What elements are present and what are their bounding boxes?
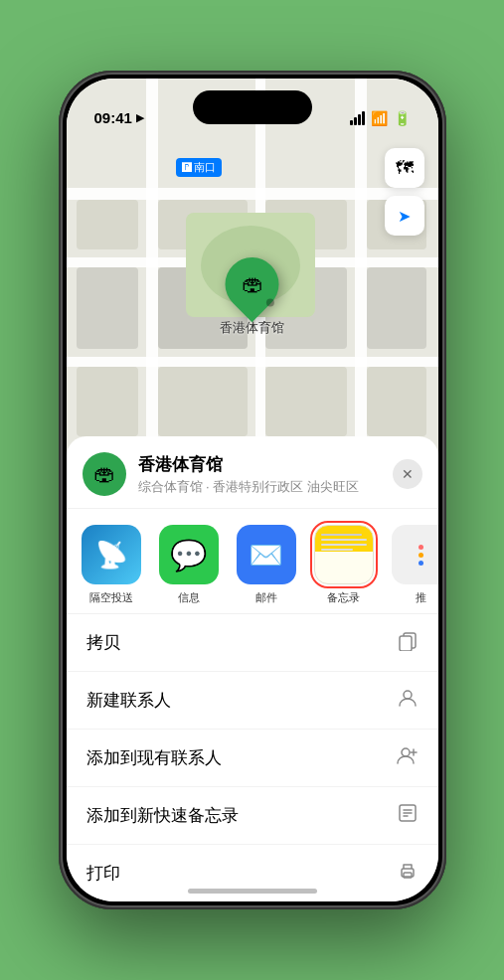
svg-rect-18 bbox=[367, 367, 426, 436]
location-name: 香港体育馆 bbox=[138, 453, 393, 476]
map-controls[interactable]: 🗺 ➤ bbox=[385, 148, 424, 244]
marker-pin: 🏟 bbox=[214, 246, 289, 322]
quick-note-label: 添加到新快速备忘录 bbox=[86, 804, 239, 827]
action-add-existing-contact[interactable]: 添加到现有联系人 bbox=[67, 730, 438, 787]
svg-point-23 bbox=[404, 691, 412, 699]
notes-icon bbox=[314, 525, 374, 584]
mail-label: 邮件 bbox=[255, 590, 277, 605]
add-existing-label: 添加到现有联系人 bbox=[86, 746, 222, 769]
share-item-messages[interactable]: 💬 信息 bbox=[154, 525, 224, 605]
signal-bars bbox=[350, 111, 365, 125]
action-new-contact[interactable]: 新建联系人 bbox=[67, 672, 438, 730]
svg-rect-1 bbox=[67, 188, 438, 200]
share-item-more[interactable]: 推 bbox=[387, 525, 438, 605]
svg-point-24 bbox=[402, 748, 410, 756]
phone-frame: 09:41 ▶ 📶 🔋 bbox=[59, 71, 446, 909]
svg-rect-13 bbox=[77, 267, 138, 349]
notes-label: 备忘录 bbox=[327, 590, 360, 605]
bottom-sheet: 🏟 香港体育馆 综合体育馆 · 香港特别行政区 油尖旺区 ✕ 📡 隔空投送 bbox=[67, 436, 438, 901]
close-button[interactable]: ✕ bbox=[393, 459, 422, 489]
stadium-marker: 🏟 香港体育馆 bbox=[220, 257, 284, 337]
dynamic-island bbox=[193, 90, 312, 124]
action-copy[interactable]: 拷贝 bbox=[67, 614, 438, 672]
map-type-icon: 🗺 bbox=[396, 158, 414, 179]
new-contact-label: 新建联系人 bbox=[86, 689, 171, 712]
location-button[interactable]: ➤ bbox=[385, 196, 424, 236]
messages-icon: 💬 bbox=[159, 525, 219, 584]
copy-label: 拷贝 bbox=[86, 631, 120, 654]
more-label: 推 bbox=[416, 590, 426, 605]
location-icon: ▶ bbox=[136, 111, 144, 124]
close-icon: ✕ bbox=[402, 466, 414, 482]
action-quick-note[interactable]: 添加到新快速备忘录 bbox=[67, 787, 438, 845]
svg-rect-14 bbox=[367, 267, 426, 349]
airdrop-icon: 📡 bbox=[82, 525, 141, 584]
map-north-gate-label: 🅿 南口 bbox=[176, 158, 222, 177]
person-icon bbox=[397, 687, 419, 714]
stadium-icon: 🏟 bbox=[242, 271, 263, 297]
map-type-button[interactable]: 🗺 bbox=[385, 148, 424, 188]
home-indicator bbox=[188, 889, 317, 894]
stadium-small-icon: 🏟 bbox=[93, 461, 115, 487]
phone-screen: 09:41 ▶ 📶 🔋 bbox=[67, 79, 438, 901]
battery-icon: 🔋 bbox=[394, 110, 411, 126]
person-add-icon bbox=[397, 744, 419, 771]
location-info: 香港体育馆 综合体育馆 · 香港特别行政区 油尖旺区 bbox=[138, 453, 393, 496]
svg-rect-11 bbox=[77, 200, 138, 249]
status-icons: 📶 🔋 bbox=[350, 110, 411, 126]
airdrop-label: 隔空投送 bbox=[89, 590, 133, 605]
location-arrow-icon: ➤ bbox=[398, 207, 411, 226]
svg-rect-15 bbox=[77, 367, 138, 436]
share-item-airdrop[interactable]: 📡 隔空投送 bbox=[77, 525, 146, 605]
location-card: 🏟 香港体育馆 综合体育馆 · 香港特别行政区 油尖旺区 ✕ bbox=[67, 436, 438, 509]
print-icon bbox=[397, 860, 419, 887]
svg-rect-22 bbox=[400, 636, 412, 651]
note-icon bbox=[397, 802, 419, 829]
notes-container bbox=[314, 525, 374, 584]
svg-rect-32 bbox=[404, 873, 412, 878]
copy-icon bbox=[397, 629, 419, 656]
print-label: 打印 bbox=[86, 862, 120, 885]
svg-rect-17 bbox=[265, 367, 347, 436]
mail-icon: ✉️ bbox=[237, 525, 296, 584]
action-list: 拷贝 新建联系人 bbox=[67, 614, 438, 901]
share-item-notes[interactable]: 备忘录 bbox=[309, 525, 379, 605]
status-time: 09:41 bbox=[94, 109, 132, 126]
location-description: 综合体育馆 · 香港特别行政区 油尖旺区 bbox=[138, 478, 393, 496]
more-icon bbox=[392, 525, 438, 584]
wifi-icon: 📶 bbox=[371, 110, 388, 126]
share-row: 📡 隔空投送 💬 信息 ✉️ 邮件 bbox=[67, 509, 438, 614]
svg-rect-16 bbox=[158, 367, 248, 436]
share-item-mail[interactable]: ✉️ 邮件 bbox=[232, 525, 301, 605]
svg-rect-3 bbox=[67, 357, 438, 367]
more-dots bbox=[419, 545, 423, 566]
messages-label: 信息 bbox=[178, 590, 200, 605]
location-card-icon: 🏟 bbox=[83, 452, 126, 496]
